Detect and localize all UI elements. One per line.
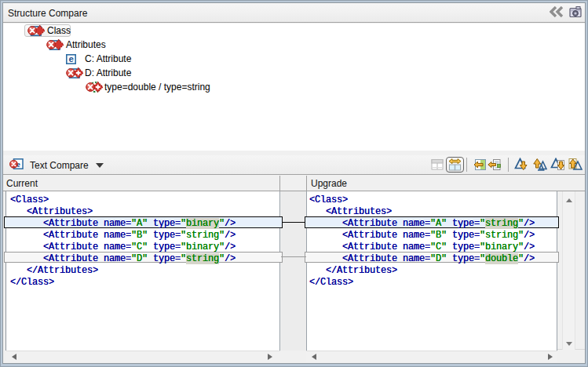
svg-text:e: e bbox=[68, 54, 73, 64]
